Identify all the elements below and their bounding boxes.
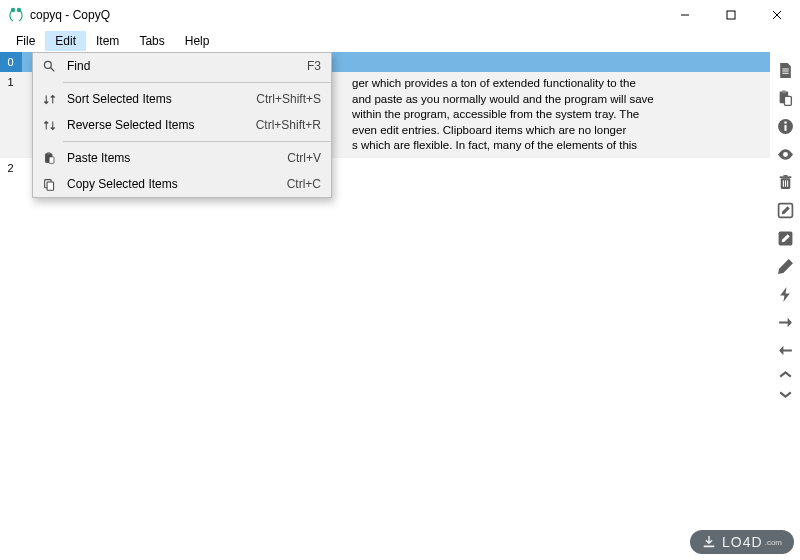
search-icon xyxy=(41,58,57,74)
svg-point-1 xyxy=(17,8,20,11)
edit-box-icon[interactable] xyxy=(773,198,797,222)
menu-tabs[interactable]: Tabs xyxy=(129,31,174,51)
svg-rect-17 xyxy=(784,124,786,130)
menu-item-shortcut: Ctrl+V xyxy=(287,151,321,165)
menu-separator xyxy=(63,141,331,142)
menu-edit[interactable]: Edit xyxy=(45,31,86,51)
copy-icon xyxy=(41,176,57,192)
svg-rect-9 xyxy=(47,152,50,154)
bolt-icon[interactable] xyxy=(773,282,797,306)
menu-item-label: Copy Selected Items xyxy=(67,177,277,191)
menu-help[interactable]: Help xyxy=(175,31,220,51)
menu-separator xyxy=(63,82,331,83)
svg-point-0 xyxy=(11,8,14,11)
svg-rect-14 xyxy=(781,90,785,93)
row-number: 0 xyxy=(0,52,22,72)
app-logo-icon xyxy=(8,7,24,23)
svg-rect-10 xyxy=(49,156,54,163)
edit-dropdown-menu: Find F3 Sort Selected Items Ctrl+Shift+S… xyxy=(32,52,332,198)
trash-icon[interactable] xyxy=(773,170,797,194)
menu-item-shortcut: Ctrl+Shift+R xyxy=(256,118,321,132)
watermark-badge: LO4D.com xyxy=(690,530,794,554)
svg-line-7 xyxy=(50,67,54,71)
file-icon[interactable] xyxy=(773,58,797,82)
menu-item-label: Paste Items xyxy=(67,151,277,165)
menu-item-shortcut: F3 xyxy=(307,59,321,73)
paste-icon xyxy=(41,150,57,166)
maximize-button[interactable] xyxy=(708,0,754,30)
sort-asc-icon xyxy=(41,91,57,107)
main-area: 0 1 ger which provides a ton of extended… xyxy=(0,52,800,560)
edit-fill-icon[interactable] xyxy=(773,226,797,250)
menu-item-item[interactable]: Item xyxy=(86,31,129,51)
menubar: File Edit Item Tabs Help xyxy=(0,30,800,52)
menu-find[interactable]: Find F3 xyxy=(33,53,331,79)
chevron-down-icon[interactable] xyxy=(773,386,797,402)
chevron-up-icon[interactable] xyxy=(773,366,797,382)
menu-item-label: Find xyxy=(67,59,297,73)
menu-sort-selected[interactable]: Sort Selected Items Ctrl+Shift+S xyxy=(33,86,331,112)
right-toolbar xyxy=(770,52,800,560)
arrow-right-icon[interactable] xyxy=(773,310,797,334)
close-button[interactable] xyxy=(754,0,800,30)
row-number: 1 xyxy=(0,72,22,92)
menu-paste-items[interactable]: Paste Items Ctrl+V xyxy=(33,145,331,171)
window-title: copyq - CopyQ xyxy=(30,8,110,22)
paste-icon[interactable] xyxy=(773,86,797,110)
eye-icon[interactable] xyxy=(773,142,797,166)
arrow-left-icon[interactable] xyxy=(773,338,797,362)
svg-rect-12 xyxy=(47,182,54,190)
menu-reverse-selected[interactable]: Reverse Selected Items Ctrl+Shift+R xyxy=(33,112,331,138)
titlebar: copyq - CopyQ xyxy=(0,0,800,30)
menu-item-label: Reverse Selected Items xyxy=(67,118,246,132)
menu-file[interactable]: File xyxy=(6,31,45,51)
row-number: 2 xyxy=(0,158,22,178)
info-icon[interactable] xyxy=(773,114,797,138)
window-controls xyxy=(662,0,800,30)
download-icon xyxy=(702,535,716,549)
watermark-suffix: .com xyxy=(765,538,782,547)
sort-desc-icon xyxy=(41,117,57,133)
clipboard-list: 0 1 ger which provides a ton of extended… xyxy=(0,52,770,560)
menu-item-label: Sort Selected Items xyxy=(67,92,246,106)
svg-rect-15 xyxy=(784,96,791,105)
svg-point-19 xyxy=(783,152,788,157)
svg-rect-22 xyxy=(783,175,787,177)
minimize-button[interactable] xyxy=(662,0,708,30)
menu-item-shortcut: Ctrl+C xyxy=(287,177,321,191)
menu-copy-selected[interactable]: Copy Selected Items Ctrl+C xyxy=(33,171,331,197)
svg-rect-25 xyxy=(787,180,788,186)
svg-point-6 xyxy=(44,61,51,68)
svg-rect-23 xyxy=(782,180,783,186)
pencil-icon[interactable] xyxy=(773,254,797,278)
svg-rect-24 xyxy=(784,180,785,186)
svg-rect-3 xyxy=(727,11,735,19)
menu-item-shortcut: Ctrl+Shift+S xyxy=(256,92,321,106)
watermark-label: LO4D xyxy=(722,534,763,550)
svg-point-18 xyxy=(784,121,787,124)
